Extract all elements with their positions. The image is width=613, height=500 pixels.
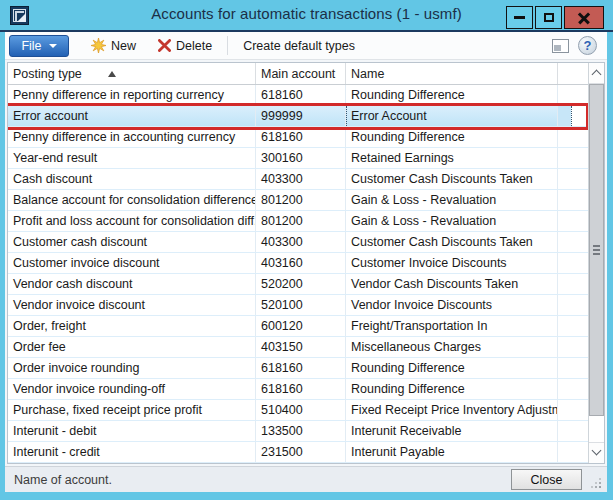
vertical-scrollbar[interactable] (588, 63, 604, 463)
column-header-name[interactable]: Name (346, 63, 558, 84)
file-menu-button[interactable]: File (9, 35, 69, 57)
cell-spacer (558, 232, 588, 252)
chevron-down-icon (592, 446, 602, 456)
cell-name[interactable]: Customer Cash Discounts Taken (346, 232, 558, 252)
cell-name[interactable]: Fixed Receipt Price Inventory Adjustme..… (346, 400, 558, 420)
cell-main-account[interactable]: 618160 (256, 379, 346, 399)
cell-posting-type[interactable]: Penny difference in reporting currency (8, 85, 256, 105)
cell-name[interactable]: Gain & Loss - Revaluation (346, 190, 558, 210)
cell-posting-type[interactable]: Cash discount (8, 169, 256, 189)
resize-grip-icon[interactable] (590, 477, 602, 489)
close-window-button[interactable] (564, 6, 604, 29)
scroll-down-button[interactable] (589, 442, 604, 463)
scroll-up-button[interactable] (589, 63, 604, 84)
cell-posting-type[interactable]: Vendor cash discount (8, 274, 256, 294)
cell-name[interactable]: Rounding Difference (346, 127, 558, 147)
cell-name[interactable]: Retained Earnings (346, 148, 558, 168)
cell-posting-type[interactable]: Year-end result (8, 148, 256, 168)
help-icon[interactable]: ? (578, 36, 597, 55)
cell-name[interactable]: Miscellaneous Charges (346, 337, 558, 357)
minimize-button[interactable] (506, 6, 533, 29)
cell-main-account[interactable]: 618160 (256, 358, 346, 378)
new-button[interactable]: New (91, 38, 136, 53)
cell-main-account[interactable]: 801200 (256, 211, 346, 231)
cell-main-account[interactable]: 231500 (256, 442, 346, 462)
cell-posting-type[interactable]: Penny difference in accounting currency (8, 127, 256, 147)
table-row[interactable]: Penny difference in accounting currency6… (8, 127, 588, 148)
cell-name[interactable]: Error Account (346, 106, 558, 126)
table-row[interactable]: Year-end result300160Retained Earnings (8, 148, 588, 169)
cell-main-account[interactable]: 300160 (256, 148, 346, 168)
delete-button[interactable]: Delete (158, 39, 212, 53)
cell-name[interactable]: Interunit Payable (346, 442, 558, 462)
cell-name[interactable]: Gain & Loss - Revaluation (346, 211, 558, 231)
cell-name[interactable]: Rounding Difference (346, 358, 558, 378)
cell-posting-type[interactable]: Order invoice rounding (8, 358, 256, 378)
cell-main-account[interactable]: 133500 (256, 421, 346, 441)
table-row[interactable]: Interunit - debit133500Interunit Receiva… (8, 421, 588, 442)
cell-posting-type[interactable]: Purchase, fixed receipt price profit (8, 400, 256, 420)
cell-main-account[interactable]: 403300 (256, 232, 346, 252)
table-row[interactable]: Vendor cash discount520200Vendor Cash Di… (8, 274, 588, 295)
cell-name[interactable]: Rounding Difference (346, 85, 558, 105)
table-row[interactable]: Order invoice rounding618160Rounding Dif… (8, 358, 588, 379)
cell-spacer (558, 148, 588, 168)
cell-name[interactable]: Customer Cash Discounts Taken (346, 169, 558, 189)
table-row[interactable]: Customer cash discount403300Customer Cas… (8, 232, 588, 253)
cell-posting-type[interactable]: Interunit - debit (8, 421, 256, 441)
cell-posting-type[interactable]: Customer invoice discount (8, 253, 256, 273)
table-row[interactable]: Cash discount403300Customer Cash Discoun… (8, 169, 588, 190)
column-header-posting-type[interactable]: Posting type (8, 63, 256, 84)
table-row[interactable]: Customer invoice discount403160Customer … (8, 253, 588, 274)
cell-name[interactable]: Freight/Transportation In (346, 316, 558, 336)
table-row[interactable]: Profit and loss account for consolidatio… (8, 211, 588, 232)
maximize-button[interactable] (535, 6, 562, 29)
cell-main-account[interactable]: 520200 (256, 274, 346, 294)
cell-main-account[interactable]: 618160 (256, 127, 346, 147)
cell-posting-type[interactable]: Profit and loss account for consolidatio… (8, 211, 256, 231)
cell-spacer (558, 316, 588, 336)
cell-posting-type[interactable]: Order, freight (8, 316, 256, 336)
cell-posting-type[interactable]: Order fee (8, 337, 256, 357)
table-row[interactable]: Vendor invoice discount520100Vendor Invo… (8, 295, 588, 316)
cell-main-account[interactable]: 600120 (256, 316, 346, 336)
cell-posting-type[interactable]: Error account (8, 106, 256, 126)
cell-posting-type[interactable]: Vendor invoice rounding-off (8, 379, 256, 399)
cell-posting-type[interactable]: Vendor invoice discount (8, 295, 256, 315)
cell-main-account[interactable]: 403160 (256, 253, 346, 273)
table-row[interactable]: Penny difference in reporting currency61… (8, 85, 588, 106)
close-icon (577, 11, 591, 25)
scrollbar-track[interactable] (589, 416, 604, 442)
cell-name[interactable]: Rounding Difference (346, 379, 558, 399)
status-text: Name of account. (14, 473, 112, 487)
caption-buttons (504, 6, 604, 29)
table-row[interactable]: Vendor invoice rounding-off618160Roundin… (8, 379, 588, 400)
cell-posting-type[interactable]: Customer cash discount (8, 232, 256, 252)
table-row[interactable]: Balance account for consolidation differ… (8, 190, 588, 211)
cell-spacer (558, 442, 588, 462)
scrollbar-thumb[interactable] (589, 84, 604, 416)
table-row[interactable]: Purchase, fixed receipt price profit5104… (8, 400, 588, 421)
create-default-types-button[interactable]: Create default types (243, 39, 355, 53)
cell-main-account[interactable]: 403300 (256, 169, 346, 189)
cell-main-account[interactable]: 618160 (256, 85, 346, 105)
layout-pane-icon[interactable] (552, 39, 569, 53)
cell-main-account[interactable]: 510400 (256, 400, 346, 420)
cell-main-account[interactable]: 403150 (256, 337, 346, 357)
table-row[interactable]: Error account999999Error Account (8, 106, 588, 127)
cell-posting-type[interactable]: Balance account for consolidation differ… (8, 190, 256, 210)
cell-name[interactable]: Customer Invoice Discounts (346, 253, 558, 273)
cell-name[interactable]: Interunit Receivable (346, 421, 558, 441)
column-header-main-account[interactable]: Main account (256, 63, 346, 84)
cell-main-account[interactable]: 999999 (256, 106, 346, 126)
table-row[interactable]: Order fee403150Miscellaneous Charges (8, 337, 588, 358)
cell-name[interactable]: Vendor Invoice Discounts (346, 295, 558, 315)
cell-main-account[interactable]: 520100 (256, 295, 346, 315)
cell-posting-type[interactable]: Interunit - credit (8, 442, 256, 462)
table-row[interactable]: Interunit - credit231500Interunit Payabl… (8, 442, 588, 463)
cell-main-account[interactable]: 801200 (256, 190, 346, 210)
table-row[interactable]: Order, freight600120Freight/Transportati… (8, 316, 588, 337)
cell-name[interactable]: Vendor Cash Discounts Taken (346, 274, 558, 294)
close-button[interactable]: Close (511, 469, 582, 490)
grid-container: Posting type Main account Name Penny dif… (7, 62, 605, 464)
